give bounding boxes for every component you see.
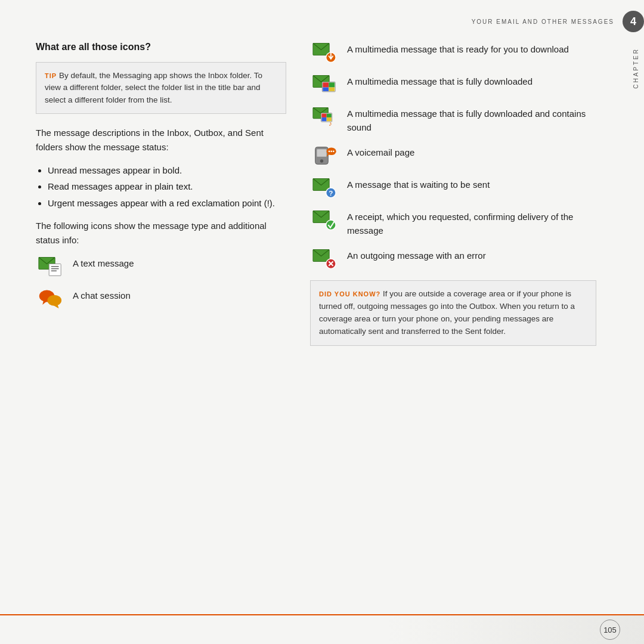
mms-downloaded-icon [312, 74, 336, 95]
mms-ready-desc: A multimedia message that is ready for y… [347, 42, 569, 57]
mms-downloaded-sound-icon-cell: ♪ [310, 106, 339, 128]
svg-marker-8 [52, 305, 59, 308]
waiting-to-send-icon: ? [312, 177, 336, 199]
svg-rect-16 [323, 88, 329, 91]
chat-session-icon [38, 288, 62, 309]
left-column: What are all those icons? TIP By default… [36, 42, 286, 608]
waiting-to-send-desc: A message that is waiting to be sent [347, 177, 490, 192]
body-text-2: The following icons show the message typ… [36, 219, 286, 247]
voicemail-desc: A voicemail page [347, 145, 414, 160]
page-number: 105 [600, 620, 620, 640]
svg-point-31 [330, 150, 332, 152]
mms-downloaded-sound-icon: ♪ [312, 106, 336, 128]
icon-row-chat-session: A chat session [36, 288, 286, 309]
text-message-icon [38, 256, 62, 277]
dyk-label: DID YOU KNOW? [319, 290, 380, 298]
outgoing-error-icon-cell [310, 248, 339, 270]
right-column: A multimedia message that is ready for y… [310, 42, 596, 608]
receipt-icon-cell [310, 209, 339, 231]
tip-label: TIP [45, 72, 57, 79]
bullet-item: Urgent messages appear with a red exclam… [48, 196, 286, 211]
svg-rect-17 [329, 88, 335, 91]
mms-ready-icon-cell [310, 42, 339, 63]
text-message-icon-cell [36, 256, 64, 277]
chat-session-icon-cell [36, 288, 64, 309]
svg-text:♪: ♪ [329, 120, 332, 127]
icon-row-mms-downloaded: A multimedia message that is fully downl… [310, 74, 596, 95]
top-bar: YOUR EMAIL AND OTHER MESSAGES 4 [0, 0, 644, 32]
bullet-item: Unread messages appear in bold. [48, 163, 286, 178]
did-you-know-box: DID YOU KNOW? If you are outside a cover… [310, 280, 596, 346]
chapter-label: YOUR EMAIL AND OTHER MESSAGES [472, 18, 614, 25]
svg-text:?: ? [329, 189, 333, 197]
tip-box: TIP By default, the Messaging app shows … [36, 62, 286, 114]
icon-row-voicemail: A voicemail page [310, 145, 596, 166]
chat-session-desc: A chat session [73, 288, 131, 303]
icon-row-waiting-to-send: ? A message that is waiting to be sent [310, 177, 596, 199]
svg-rect-22 [321, 117, 326, 121]
svg-point-27 [320, 159, 323, 162]
text-message-desc: A text message [73, 256, 134, 271]
mms-downloaded-sound-desc: A multimedia message that is fully downl… [347, 106, 596, 134]
outgoing-error-desc: An outgoing message with an error [347, 248, 486, 263]
section-title: What are all those icons? [36, 42, 286, 52]
svg-point-37 [326, 220, 336, 230]
svg-point-30 [329, 150, 330, 152]
icon-row-mms-downloaded-sound: ♪ A multimedia message that is fully dow… [310, 106, 596, 134]
main-content: What are all those icons? TIP By default… [36, 42, 596, 608]
icon-row-text-message: A text message [36, 256, 286, 277]
bottom-bar: 105 [0, 614, 644, 644]
waiting-to-send-icon-cell: ? [310, 177, 339, 199]
voicemail-icon [312, 145, 336, 166]
svg-rect-1 [49, 264, 61, 276]
receipt-desc: A receipt, which you requested, confirmi… [347, 209, 596, 237]
mms-downloaded-icon-cell [310, 74, 339, 95]
bullet-item: Read messages appear in plain text. [48, 179, 286, 194]
icon-row-mms-ready: A multimedia message that is ready for y… [310, 42, 596, 63]
voicemail-icon-cell [310, 145, 339, 166]
icon-row-receipt: A receipt, which you requested, confirmi… [310, 209, 596, 237]
svg-point-7 [47, 295, 61, 306]
bullet-list: Unread messages appear in bold. Read mes… [48, 163, 286, 211]
body-text-1: The message descriptions in the Inbox, O… [36, 126, 286, 154]
tip-text: By default, the Messaging app shows the … [45, 71, 262, 104]
icon-row-outgoing-error: An outgoing message with an error [310, 248, 596, 270]
mms-downloaded-desc: A multimedia message that is fully downl… [347, 74, 532, 89]
outgoing-error-icon [312, 248, 336, 270]
svg-rect-21 [327, 114, 332, 117]
receipt-icon [312, 209, 336, 231]
chapter-vertical-text: CHAPTER [633, 48, 639, 89]
chapter-number: 4 [623, 11, 644, 32]
svg-rect-26 [317, 149, 326, 157]
svg-rect-20 [321, 114, 326, 117]
mms-ready-icon [312, 42, 336, 63]
svg-rect-15 [329, 82, 335, 87]
svg-rect-14 [323, 82, 329, 87]
svg-point-32 [333, 150, 335, 152]
